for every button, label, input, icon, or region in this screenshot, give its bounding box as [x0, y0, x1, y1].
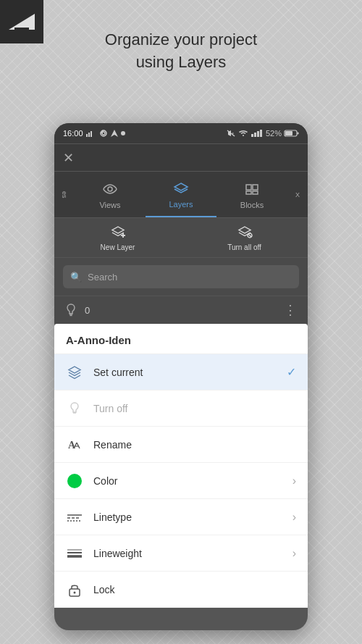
svg-rect-12	[254, 133, 256, 137]
tab-side-left: es	[54, 172, 75, 217]
tab-side-label-left: es	[61, 191, 68, 198]
linetype-label: Linetype	[93, 511, 282, 523]
header: Organize your project using Layers	[0, 29, 362, 74]
layer-number: 0	[85, 305, 90, 316]
menu-item-lineweight[interactable]: Lineweight ›	[54, 535, 308, 572]
svg-text:A: A	[68, 440, 76, 451]
menu-item-color[interactable]: Color ›	[54, 463, 308, 499]
svg-point-18	[108, 187, 112, 191]
set-current-label: Set current	[93, 367, 277, 378]
location-icon	[111, 130, 118, 137]
tab-views[interactable]: Views	[75, 172, 146, 217]
dot-icon	[121, 131, 125, 135]
search-field[interactable]: 🔍 Search	[63, 265, 299, 288]
svg-rect-1	[88, 133, 90, 137]
svg-rect-14	[260, 130, 262, 137]
svg-line-26	[248, 233, 251, 236]
svg-marker-10	[232, 133, 234, 134]
svg-rect-13	[257, 131, 259, 137]
tab-layers-label: Layers	[169, 200, 193, 209]
tab-views-label: Views	[99, 201, 120, 209]
logo-shape	[9, 14, 35, 30]
status-indicators: 52%	[227, 129, 299, 138]
new-layer-label: New Layer	[101, 243, 135, 251]
svg-point-4	[102, 132, 105, 135]
views-icon	[101, 180, 119, 198]
turn-all-off-button[interactable]: Turn all off	[181, 218, 308, 257]
phone-mockup: 16:00	[54, 123, 308, 630]
tab-blocks[interactable]: Blocks	[216, 172, 287, 217]
turn-all-off-label: Turn all off	[227, 243, 261, 251]
menu-item-turn-off[interactable]: Turn off	[54, 390, 308, 427]
svg-rect-22	[253, 191, 258, 194]
svg-rect-21	[246, 191, 251, 194]
turn-off-icon	[66, 400, 83, 417]
lock-label: Lock	[93, 584, 296, 595]
more-options-button[interactable]: ⋮	[284, 302, 298, 318]
toolbar: New Layer Turn all off	[54, 217, 308, 258]
search-placeholder: Search	[88, 272, 117, 283]
svg-rect-0	[86, 134, 88, 137]
lineweight-arrow: ›	[292, 547, 296, 560]
svg-rect-2	[90, 131, 92, 137]
svg-point-45	[74, 591, 76, 593]
lineweight-label: Lineweight	[93, 548, 282, 559]
blocks-icon	[243, 180, 261, 198]
turn-all-off-icon	[237, 225, 253, 241]
rename-label: Rename	[93, 439, 296, 451]
lineweight-icon	[66, 545, 83, 562]
close-button[interactable]: ✕	[63, 150, 74, 166]
signal-bars-icon	[251, 130, 263, 137]
linetype-arrow: ›	[292, 511, 296, 524]
new-layer-button[interactable]: New Layer	[54, 218, 181, 257]
svg-rect-17	[298, 133, 299, 135]
search-icon: 🔍	[70, 272, 82, 283]
svg-marker-6	[111, 130, 118, 137]
svg-rect-20	[253, 185, 258, 190]
color-label: Color	[93, 475, 282, 487]
color-arrow: ›	[292, 474, 296, 488]
layer-row[interactable]: 0 ⋮	[54, 296, 308, 324]
tab-blocks-label: Blocks	[240, 201, 264, 209]
signal-icon	[99, 130, 108, 137]
svg-point-3	[101, 130, 106, 136]
lock-icon	[66, 581, 83, 598]
menu-item-lock[interactable]: Lock	[54, 572, 308, 608]
svg-rect-16	[285, 131, 292, 135]
status-bar: 16:00	[54, 123, 308, 143]
app-bar: ✕	[54, 143, 308, 171]
set-current-icon	[66, 364, 83, 381]
color-dot	[67, 474, 82, 488]
menu-item-rename[interactable]: A Rename	[54, 427, 308, 463]
context-menu: A-Anno-Iden Set current ✓ Turn off	[54, 324, 308, 608]
set-current-check: ✓	[287, 365, 296, 379]
sim-icon	[86, 130, 96, 137]
svg-rect-11	[251, 134, 253, 137]
turn-off-label: Turn off	[93, 403, 296, 414]
mute-icon	[227, 130, 235, 137]
tab-bar: es Views Layers	[54, 171, 308, 217]
menu-item-linetype[interactable]: Linetype ›	[54, 499, 308, 535]
battery-icon	[285, 130, 299, 137]
new-layer-icon	[110, 225, 126, 241]
menu-item-set-current[interactable]: Set current ✓	[54, 354, 308, 390]
wifi-icon	[238, 130, 248, 137]
svg-rect-19	[246, 185, 251, 190]
tab-layers[interactable]: Layers	[146, 172, 216, 217]
layers-icon	[172, 180, 190, 197]
tab-side-label-right: X	[295, 191, 300, 198]
status-time: 16:00	[63, 129, 125, 138]
search-container: 🔍 Search	[54, 258, 308, 296]
page-title: Organize your project using Layers	[0, 29, 362, 74]
rename-icon: A	[66, 436, 83, 453]
color-icon	[66, 472, 83, 490]
layer-bulb-icon	[64, 304, 77, 317]
tab-side-right: X	[287, 172, 308, 217]
context-menu-title: A-Anno-Iden	[54, 324, 308, 354]
svg-point-7	[121, 131, 125, 135]
linetype-icon	[66, 509, 83, 526]
